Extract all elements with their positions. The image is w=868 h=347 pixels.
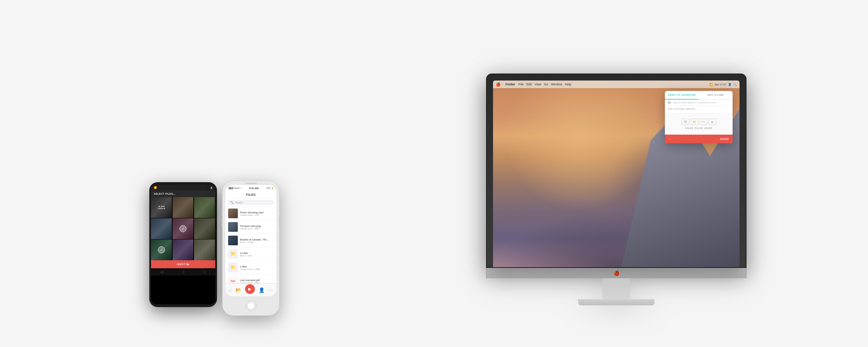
next-label: NEXT ▶ — [177, 263, 190, 266]
image-drag-icon: 🖼 — [682, 119, 689, 125]
battery-indicator: 42% 🔋 — [266, 187, 274, 189]
photo-cell-4[interactable] — [151, 218, 172, 239]
file-chevron-3: › — [273, 253, 274, 256]
apple-logo-icon[interactable]: 🍎 — [496, 82, 501, 87]
file-name-1: Pompom twin.png — [240, 225, 270, 228]
iphone-volume-up-btn[interactable] — [222, 209, 223, 216]
file-meta-3: Beach · 5GB — [240, 255, 270, 257]
imac-stand-base — [578, 299, 654, 305]
drag-icons-row: 🖼 📁 Ps ▶ — [668, 119, 730, 125]
back-arrow-icon[interactable]: ← — [668, 137, 720, 141]
tab-settings-icon[interactable]: ⋯ — [268, 287, 273, 293]
search-icon[interactable]: 🔍 — [733, 83, 737, 86]
iphone-time: 9:41 AM — [249, 187, 259, 189]
drag-files-label: DRAG FILES HERE — [668, 127, 730, 129]
file-name-5: Lost scenario.pdf — [240, 279, 270, 282]
send-button[interactable]: SEND — [720, 137, 729, 141]
photo-cell-7[interactable]: ✓ — [151, 239, 172, 260]
to-label: To: — [668, 101, 671, 104]
user-icon: 👤 — [728, 83, 732, 86]
clock-display: Sat 17:27 — [715, 83, 726, 86]
file-info-0: Photo Shooting.mp4 Garage Home · 1GB — [240, 211, 270, 216]
file-item-4[interactable]: 📁 2 files Garage Home · 25MB › — [225, 261, 276, 274]
file-thumb-1 — [228, 222, 238, 232]
file-chevron-4: › — [273, 266, 274, 269]
file-chevron-5: › — [273, 280, 274, 283]
drag-drop-area[interactable]: 🖼 📁 Ps ▶ DRAG FILES HERE — [665, 113, 733, 135]
iphone-wrapper: ▐▐▐ Sketch ≈ 9:41 AM 42% 🔋 FILES — [222, 180, 279, 316]
tab-send-icon[interactable]: ▶ — [245, 284, 255, 294]
file-meta-0: Garage Home · 1GB — [240, 214, 270, 216]
file-meta-1: Garage Home · 8MB — [240, 228, 270, 230]
file-item-1[interactable]: Pompom twin.png Garage Home · 8MB › — [225, 220, 276, 234]
to-field-row[interactable]: To: Type an email address or search for … — [665, 100, 733, 106]
imac: 🍎 Finder File Edit View Go Window Help 📶… — [486, 74, 746, 305]
file-list: Photo Shooting.mp4 Garage Home · 1GB › P… — [225, 207, 276, 288]
file-item-2[interactable]: Boards of Canada - Reach... Beach · 0.5M… — [225, 234, 276, 247]
file-info-2: Boards of Canada - Reach... Beach · 0.5M… — [240, 238, 270, 243]
android-home-btn[interactable]: ○ — [182, 270, 184, 274]
go-menu-item[interactable]: Go — [544, 83, 548, 86]
file-name-3: 12 files — [240, 252, 270, 255]
file-name-2: Boards of Canada - Reach... — [240, 238, 270, 241]
photo-cell-5[interactable]: ✓ — [173, 218, 193, 239]
iphone-power-btn[interactable] — [279, 215, 280, 228]
imac-body: 🍎 Finder File Edit View Go Window Help 📶… — [486, 74, 746, 268]
android-phone: 📶 🔋 SELECT FILES... JE SUISCHARLIE — [149, 182, 217, 307]
imac-screen-bezel: 🍎 Finder File Edit View Go Window Help 📶… — [493, 81, 740, 267]
iphone-statusbar: ▐▐▐ Sketch ≈ 9:41 AM 42% 🔋 — [225, 185, 276, 191]
tab-get-link[interactable]: GET A LINK — [699, 91, 733, 99]
file-item-0[interactable]: Photo Shooting.mp4 Garage Home · 1GB › — [225, 207, 276, 220]
iphone-home-button[interactable] — [245, 300, 257, 311]
files-title: FILES — [246, 193, 256, 196]
select-files-label: SELECT FILES... — [154, 193, 176, 195]
message-placeholder: Add a message (optional) ... — [668, 108, 698, 110]
jesuis-charlie-overlay: JE SUISCHARLIE — [151, 197, 172, 218]
message-field[interactable]: Add a message (optional) ... — [665, 106, 733, 113]
file-chevron-0: › — [273, 212, 274, 215]
view-menu-item[interactable]: View — [535, 83, 541, 86]
android-statusbar: 📶 🔋 — [151, 185, 215, 191]
iphone-screen: ▐▐▐ Sketch ≈ 9:41 AM 42% 🔋 FILES — [225, 185, 276, 296]
android-screen: 📶 🔋 SELECT FILES... JE SUISCHARLIE — [151, 185, 215, 304]
iphone-search-bar[interactable]: 🔍 Search — [225, 198, 276, 207]
android-back-btn[interactable]: ◁ — [160, 270, 163, 274]
android-battery-icon: 🔋 — [210, 187, 212, 189]
help-menu-item[interactable]: Help — [565, 83, 571, 86]
dialog-footer: ← SEND — [665, 135, 733, 143]
checkmark-icon-2: ✓ — [158, 246, 165, 253]
photo-cell-9[interactable] — [194, 239, 215, 260]
mac-wallpaper: SEND TO SOMEONE GET A LINK To: Type an e… — [493, 81, 740, 267]
photo-cell-6[interactable] — [194, 218, 215, 239]
file-info-3: 12 files Beach · 5GB — [240, 252, 270, 257]
folder-drag-icon: 📁 — [691, 119, 698, 125]
android-header: SELECT FILES... — [151, 191, 215, 197]
file-chevron-1: › — [273, 226, 274, 229]
tab-files-icon[interactable]: 📂 — [235, 287, 241, 293]
window-menu-item[interactable]: Window — [551, 83, 562, 86]
android-next-button[interactable]: NEXT ▶ — [151, 260, 215, 268]
file-thumb-3: 📁 — [228, 249, 238, 259]
photo-grid: JE SUISCHARLIE ✓ — [151, 197, 215, 260]
finder-menu-item[interactable]: Finder — [506, 83, 515, 86]
photo-cell-2[interactable] — [173, 197, 193, 218]
checkmark-overlay-2: ✓ — [151, 239, 172, 260]
file-chevron-2: › — [273, 239, 274, 242]
edit-menu-item[interactable]: Edit — [526, 83, 532, 86]
mac-menubar: 🍎 Finder File Edit View Go Window Help 📶… — [493, 81, 740, 88]
file-menu-item[interactable]: File — [519, 83, 524, 86]
tab-send-someone[interactable]: SEND TO SOMEONE — [665, 91, 699, 100]
signal-bars: ▐▐▐ — [228, 187, 233, 189]
tab-home-icon[interactable]: ⌂ — [228, 287, 231, 293]
imac-stand-neck — [602, 278, 630, 299]
iphone-volume-down-btn[interactable] — [222, 218, 223, 226]
iphone-speaker — [245, 183, 257, 184]
android-recents-btn[interactable]: □ — [203, 270, 206, 274]
file-item-3[interactable]: 📁 12 files Beach · 5GB › — [225, 247, 276, 261]
to-placeholder: Type an email address or search for a us… — [673, 101, 718, 104]
photo-cell-1[interactable]: JE SUISCHARLIE — [151, 197, 172, 218]
photo-cell-3[interactable] — [194, 197, 215, 218]
tab-contacts-icon[interactable]: 👤 — [259, 287, 265, 293]
photo-cell-8[interactable] — [173, 239, 193, 260]
video-drag-icon: ▶ — [709, 119, 716, 125]
